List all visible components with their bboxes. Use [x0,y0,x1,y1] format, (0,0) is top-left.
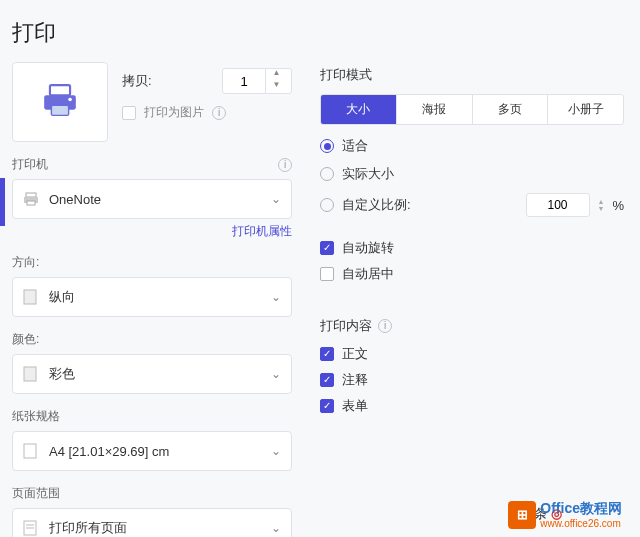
percent-sign: % [612,198,624,213]
tab-multi[interactable]: 多页 [472,95,548,124]
fit-radio[interactable] [320,139,334,153]
forms-label: 表单 [342,397,368,415]
notes-label: 注释 [342,371,368,389]
auto-rotate-checkbox[interactable]: ✓ [320,241,334,255]
print-as-image-checkbox[interactable] [122,106,136,120]
printer-icon [37,78,83,127]
svg-rect-4 [26,193,36,197]
custom-scale-radio[interactable] [320,198,334,212]
actual-label: 实际大小 [342,165,394,183]
range-value: 打印所有页面 [49,519,271,537]
printer-value: OneNote [49,192,271,207]
printer-small-icon [23,191,41,207]
scale-down[interactable]: ▼ [598,205,605,212]
orientation-value: 纵向 [49,288,271,306]
range-section-label: 页面范围 [12,485,292,502]
scale-input[interactable] [526,193,590,217]
color-select[interactable]: 彩色 ⌄ [12,354,292,394]
svg-rect-8 [24,367,36,381]
orientation-section-label: 方向: [12,254,292,271]
info-icon[interactable]: i [278,158,292,172]
copies-stepper[interactable]: ▲ ▼ [222,68,292,94]
printer-select[interactable]: OneNote ⌄ [12,179,292,219]
chevron-down-icon: ⌄ [271,521,281,535]
orientation-select[interactable]: 纵向 ⌄ [12,277,292,317]
info-icon[interactable]: i [212,106,226,120]
info-icon[interactable]: i [378,319,392,333]
svg-rect-6 [27,201,35,205]
page-title: 打印 [12,18,292,48]
svg-point-3 [68,97,72,101]
svg-rect-9 [24,444,36,458]
notes-checkbox[interactable]: ✓ [320,373,334,387]
chevron-down-icon: ⌄ [271,444,281,458]
svg-rect-0 [50,85,70,95]
body-checkbox[interactable]: ✓ [320,347,334,361]
printer-section-label: 打印机 [12,156,278,173]
svg-rect-7 [24,290,36,304]
chevron-down-icon: ⌄ [271,192,281,206]
auto-center-label: 自动居中 [342,265,394,283]
print-mode-heading: 打印模式 [320,66,372,84]
copies-down[interactable]: ▼ [266,81,287,93]
svg-rect-2 [51,105,68,115]
page-icon [23,366,41,382]
scale-up[interactable]: ▲ [598,198,605,205]
tab-booklet[interactable]: 小册子 [547,95,623,124]
auto-center-checkbox[interactable]: ✓ [320,267,334,281]
color-section-label: 颜色: [12,331,292,348]
printer-properties-link[interactable]: 打印机属性 [232,224,292,238]
auto-rotate-label: 自动旋转 [342,239,394,257]
page-icon [23,443,41,459]
page-icon [23,289,41,305]
actual-radio[interactable] [320,167,334,181]
printer-preview-card[interactable] [12,62,108,142]
fit-label: 适合 [342,137,368,155]
tab-size[interactable]: 大小 [321,95,396,124]
print-content-heading: 打印内容 [320,317,372,335]
tab-poster[interactable]: 海报 [396,95,472,124]
page-icon [23,520,41,536]
paper-select[interactable]: A4 [21.01×29.69] cm ⌄ [12,431,292,471]
custom-scale-label: 自定义比例: [342,196,518,214]
copies-label: 拷贝: [122,72,222,90]
chevron-down-icon: ⌄ [271,367,281,381]
chevron-down-icon: ⌄ [271,290,281,304]
forms-checkbox[interactable]: ✓ [320,399,334,413]
range-select[interactable]: 打印所有页面 ⌄ [12,508,292,537]
mode-tabs: 大小 海报 多页 小册子 [320,94,624,125]
paper-value: A4 [21.01×29.69] cm [49,444,271,459]
paper-section-label: 纸张规格 [12,408,292,425]
print-as-image-label: 打印为图片 [144,104,204,121]
color-value: 彩色 [49,365,271,383]
body-label: 正文 [342,345,368,363]
copies-input[interactable] [223,74,265,89]
